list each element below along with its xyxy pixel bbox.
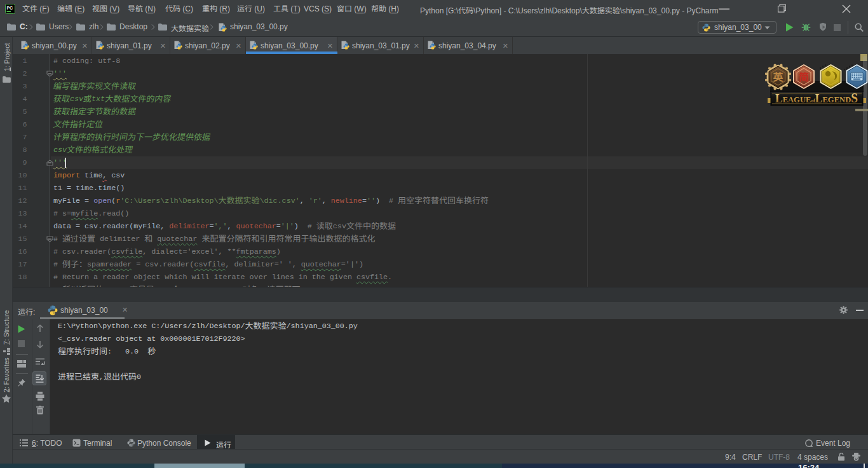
svg-text:英: 英: [772, 69, 783, 84]
svg-text:PC: PC: [6, 6, 13, 10]
svg-text:简: 简: [799, 69, 809, 84]
